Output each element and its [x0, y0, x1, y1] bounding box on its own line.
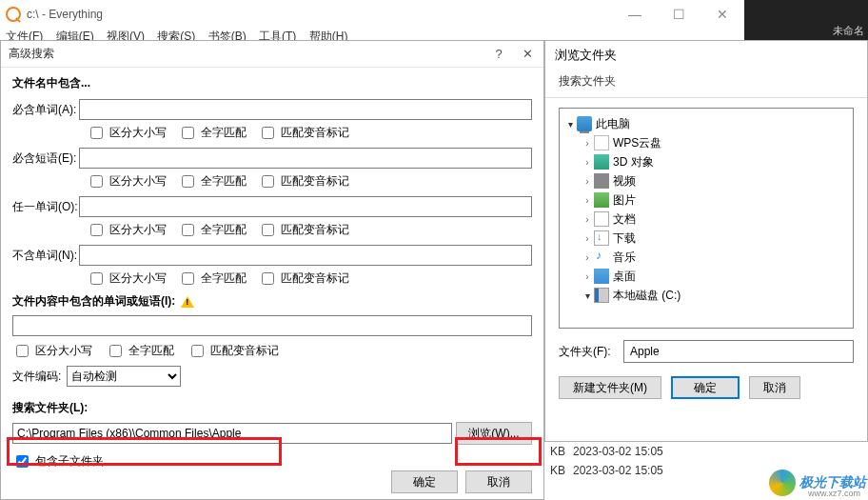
none-word-input[interactable]: [79, 245, 532, 266]
list-item: KB2023-03-02 15:05: [544, 442, 868, 461]
include-subfolders-checkbox[interactable]: [16, 455, 29, 468]
content-input[interactable]: [12, 315, 532, 336]
folder-icon: [594, 154, 609, 170]
folder-icon: [594, 173, 609, 189]
app-icon: [6, 7, 21, 22]
encoding-label: 文件编码:: [12, 369, 61, 385]
advanced-search-dialog: 高级搜索 ? ✕ 文件名中包含... 必含单词(A): 区分大小写 全字匹配 匹…: [0, 40, 544, 500]
search-folder-input[interactable]: [12, 423, 452, 444]
case-checkbox[interactable]: 区分大小写: [87, 124, 167, 142]
folder-tree[interactable]: ▾此电脑›WPS云盘›3D 对象›视频›图片›文档›下载›音乐›桌面▾本地磁盘 …: [559, 108, 854, 329]
all-words-input[interactable]: [79, 99, 532, 120]
folder-icon: [594, 250, 609, 265]
tree-item[interactable]: ›图片: [562, 190, 851, 210]
browse-dialog-title: 浏览文件夹: [545, 41, 867, 70]
folder-icon: [594, 269, 609, 284]
folder-icon: [594, 135, 609, 150]
minimize-button[interactable]: —: [613, 0, 657, 29]
tree-item[interactable]: ▾此电脑: [562, 114, 851, 133]
dialog-help-button[interactable]: ?: [484, 44, 513, 65]
diacritic-checkbox[interactable]: 匹配变音标记: [258, 124, 349, 142]
include-subfolders-label: 包含子文件夹: [35, 453, 104, 470]
all-words-label: 必含单词(A):: [12, 102, 79, 118]
maximize-button[interactable]: ☐: [657, 0, 700, 29]
folder-icon: [594, 211, 609, 227]
encoding-select[interactable]: 自动检测: [67, 366, 181, 387]
tree-item[interactable]: ▾本地磁盘 (C:): [562, 286, 851, 305]
browse-cancel-button[interactable]: 取消: [749, 376, 800, 399]
tree-item[interactable]: ›桌面: [562, 267, 851, 286]
folder-field-input[interactable]: [623, 340, 854, 363]
tree-item[interactable]: ›音乐: [562, 248, 851, 267]
whole-word-checkbox[interactable]: 全字匹配: [178, 124, 247, 142]
browse-dialog-instruction: 搜索文件夹: [545, 70, 867, 97]
browse-folder-dialog: 浏览文件夹 搜索文件夹 ▾此电脑›WPS云盘›3D 对象›视频›图片›文档›下载…: [544, 40, 868, 442]
any-word-label: 任一单词(O):: [12, 199, 79, 215]
tree-item[interactable]: ›下载: [562, 229, 851, 248]
dialog-close-button[interactable]: ✕: [513, 44, 542, 65]
cancel-button[interactable]: 取消: [465, 470, 532, 493]
tree-item[interactable]: ›文档: [562, 210, 851, 229]
folder-field-label: 文件夹(F):: [559, 344, 616, 360]
new-folder-button[interactable]: 新建文件夹(M): [559, 376, 661, 399]
tree-item[interactable]: ›视频: [562, 171, 851, 190]
watermark: 极光下载站 www.xz7.com: [769, 470, 866, 496]
phrase-input[interactable]: [79, 148, 532, 169]
dialog-title: 高级搜索: [9, 46, 54, 62]
none-word-label: 不含单词(N):: [12, 248, 79, 264]
dialog-titlebar: 高级搜索 ? ✕: [1, 41, 543, 68]
filename-section-header: 文件名中包含...: [12, 75, 532, 91]
folder-icon: [577, 116, 592, 131]
content-section-header: 文件内容中包含的单词或短语(I):: [12, 293, 532, 310]
browse-button[interactable]: 浏览(W)...: [456, 422, 532, 445]
browse-ok-button[interactable]: 确定: [671, 376, 740, 399]
phrase-label: 必含短语(E):: [12, 150, 79, 167]
folder-icon: [594, 288, 609, 303]
folder-icon: [594, 230, 609, 246]
close-button[interactable]: ✕: [700, 0, 744, 29]
main-window-controls: — ☐ ✕: [613, 0, 744, 29]
background-window-strip: 未命名: [744, 0, 868, 40]
any-word-input[interactable]: [79, 196, 532, 217]
tree-item[interactable]: ›3D 对象: [562, 152, 851, 171]
main-menubar[interactable]: 文件(F) 编辑(E) 视图(V) 搜索(S) 书签(B) 工具(T) 帮助(H…: [0, 29, 744, 40]
search-folder-label: 搜索文件夹(L):: [12, 400, 532, 416]
main-window-title: c:\ - Everything: [27, 8, 103, 21]
folder-icon: [594, 192, 609, 208]
watermark-logo-icon: [769, 470, 796, 496]
warning-icon: [181, 296, 194, 308]
tree-item[interactable]: ›WPS云盘: [562, 133, 851, 152]
ok-button[interactable]: 确定: [391, 470, 458, 493]
